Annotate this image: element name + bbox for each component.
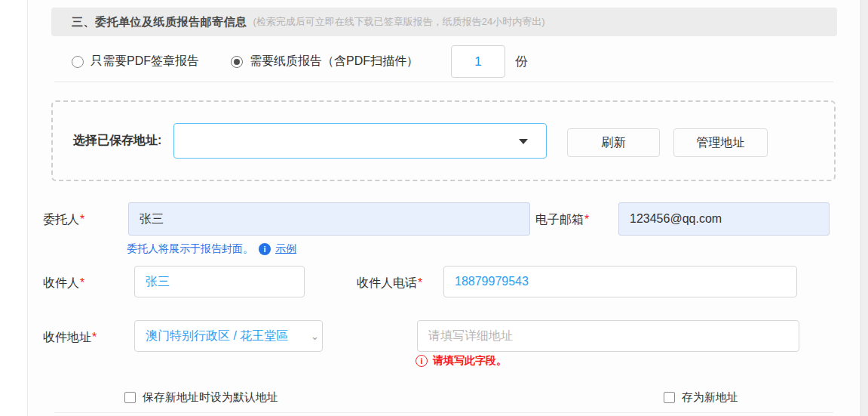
error-message: 请填写此字段。 [433,354,507,368]
detail-address-input[interactable] [417,320,799,352]
copies-unit-label: 份 [515,53,528,70]
consignor-hint-text: 委托人将展示于报告封面。 [127,242,253,256]
bottom-divider [54,412,833,413]
left-margin [0,0,28,416]
saved-address-label: 选择已保存地址: [73,102,161,180]
example-link[interactable]: 示例 [275,242,296,256]
radio-paper-label: 需要纸质报告（含PDF扫描件） [250,54,419,69]
section-header: 三、委托单位及纸质报告邮寄信息 (检索完成后可立即在线下载已签章版报告，纸质报告… [51,8,837,36]
recipient-label: 收件人* [43,276,84,291]
scrollbar-track[interactable] [860,0,868,416]
radio-pdf-only-label: 只需要PDF签章报告 [90,54,199,69]
validation-error: i 请填写此字段。 [416,354,507,368]
checkbox-unchecked-icon[interactable] [664,392,675,403]
checkbox-default-address-label: 保存新地址时设为默认地址 [143,390,278,405]
report-type-row: 只需要PDF签章报告 需要纸质报告（含PDF扫描件） 份 [72,45,528,79]
saved-address-select[interactable] [173,123,547,159]
checkbox-unchecked-icon[interactable] [124,392,136,403]
phone-label: 收件人电话* [357,276,422,291]
radio-paper-report[interactable]: 需要纸质报告（含PDF扫描件） [231,54,419,69]
consignor-hint-row: 委托人将展示于报告封面。 i 示例 [127,242,296,256]
region-select-value: 澳门特别行政区 / 花王堂區 [146,328,288,344]
required-asterisk: * [80,276,84,289]
saved-address-box: 选择已保存地址: 刷新 管理地址 [51,100,836,181]
recipient-input[interactable] [134,266,305,297]
section-title: 三、委托单位及纸质报告邮寄信息 [72,15,247,29]
mailing-info-section: 三、委托单位及纸质报告邮寄信息 (检索完成后可立即在线下载已签章版报告，纸质报告… [0,0,868,416]
info-icon: i [259,243,271,255]
section-hint: (检索完成后可立即在线下载已签章版报告，纸质报告24小时内寄出) [253,15,545,29]
caret-down-icon [519,139,528,144]
consignor-label: 委托人* [43,212,84,228]
required-asterisk: * [584,213,589,226]
region-select[interactable]: 澳门特别行政区 / 花王堂區 ⌄ [134,320,323,352]
email-label: 电子邮箱* [535,212,589,228]
radio-checked-icon[interactable] [231,56,243,68]
manage-address-button[interactable]: 管理地址 [673,128,768,157]
required-asterisk: * [418,276,422,289]
email-input[interactable] [618,202,830,236]
error-info-icon: i [416,355,428,367]
refresh-button[interactable]: 刷新 [567,128,660,157]
checkbox-save-new-address[interactable]: 存为新地址 [664,390,738,405]
copies-input[interactable] [451,45,505,78]
required-asterisk: * [92,331,97,344]
divider [54,82,833,82]
phone-input[interactable] [443,266,797,297]
checkbox-default-address[interactable]: 保存新地址时设为默认地址 [124,390,278,405]
chevron-down-icon: ⌄ [311,331,319,342]
consignor-input[interactable] [128,202,530,236]
checkbox-save-new-address-label: 存为新地址 [682,390,738,405]
radio-pdf-only[interactable]: 只需要PDF签章报告 [72,54,199,69]
required-asterisk: * [80,213,84,226]
radio-unchecked-icon[interactable] [72,56,84,68]
address-label: 收件地址* [43,330,97,346]
